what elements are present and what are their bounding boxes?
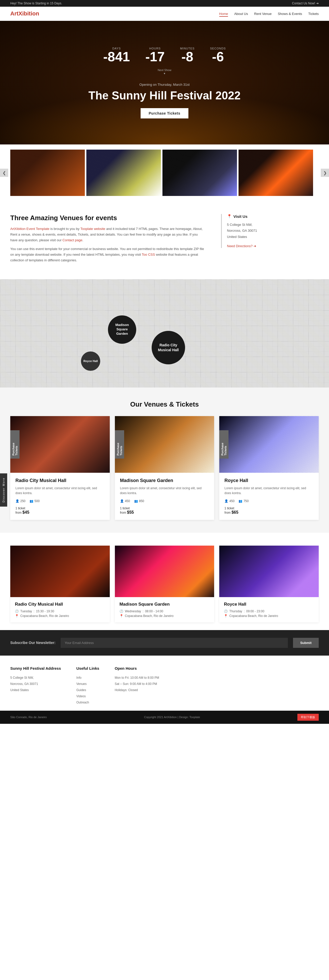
newsletter-email-input[interactable] (61, 638, 288, 648)
venue-desc-3: Lorem ipsum dolor sit amet, consectetur … (225, 486, 313, 496)
venue-name-1: Radio City Musical Hall (16, 478, 104, 483)
footer-link-guides[interactable]: Guides (76, 687, 99, 693)
newsletter-section: Subscribe Our Newsletter: Submit (0, 630, 329, 655)
too-css-link[interactable]: Too CSS (142, 253, 155, 256)
gallery-next-button[interactable]: ❯ (321, 169, 329, 177)
footer-col-hours: Open Hours Mon to Fri: 10:00 AM to 8:00 … (115, 666, 159, 706)
event-time-2: 🕐 Wednesday: 08:00 - 14:00 (120, 609, 210, 613)
venue-card-royce: Purchase Tickets Royce Hall Lorem ipsum … (219, 416, 319, 520)
tooplate-link[interactable]: Tooplate website (81, 227, 105, 231)
gallery-image-1 (10, 150, 85, 196)
watermark-button[interactable]: 即刻下载版 (297, 714, 319, 721)
venue-name-2: Madison Square Garden (120, 478, 209, 483)
footer-hours-line2: Sat – Sun: 9:00 AM to 4:00 PM (115, 681, 159, 687)
footer-col-address: Sunny Hill Festival Address 5 College St… (10, 666, 61, 706)
venue-purchase-tag-2[interactable]: Purchase Tickets (115, 430, 124, 458)
newsletter-submit-button[interactable]: Submit (293, 638, 319, 648)
gallery-image-2 (86, 150, 161, 196)
venue-card-img-1: Purchase Tickets (10, 416, 110, 473)
venue-capacity-max-2: 👥 850 (134, 499, 144, 503)
about-paragraph-2: You can use this event template for your… (10, 246, 206, 263)
person-group-icon-2: 👥 (134, 499, 138, 503)
hero-title: The Sunny Hill Festival 2022 (89, 89, 240, 102)
nav-rent-venue[interactable]: Rent Venue (254, 12, 272, 16)
venue-card-madison: Purchase Tickets Madison Square Garden L… (115, 416, 214, 520)
gallery-image-4 (239, 150, 313, 196)
map-pin-icon-2: 📍 (120, 614, 123, 618)
footer-bottom: São Conrado, Rio de Janeiro Copyright 20… (0, 711, 329, 724)
map-pin-icon-1: 📍 (15, 614, 19, 618)
map-pin-madison[interactable]: Madison Square Garden (108, 315, 136, 344)
visit-us-address: 5 College St NW, Norcross, GA 30071 Unit… (227, 222, 319, 240)
countdown-minutes: Minutes -8 (180, 47, 195, 63)
footer-links-title: Useful Links (76, 666, 99, 670)
venue-name-3: Royce Hall (225, 478, 313, 483)
event-name-1: Radio City Musical Hall (15, 602, 105, 607)
person-icon-2: 👤 (120, 499, 124, 503)
map-pin-radio-city[interactable]: Radio City Musical Hall (152, 331, 185, 364)
directions-link[interactable]: Need Directions? ➜ (227, 244, 256, 248)
visit-us: 📍 Visit Us 5 College St NW, Norcross, GA… (221, 214, 319, 248)
about-title: Three Amazing Venues for events (10, 214, 206, 222)
gallery-images (0, 150, 323, 196)
event-info-1: Radio City Musical Hall 🕐 Tuesday: 15:30… (10, 597, 110, 622)
newsletter-label: Subscribe Our Newsletter: (10, 641, 55, 645)
about-sidebar: 📍 Visit Us 5 College St NW, Norcross, GA… (221, 214, 319, 267)
venue-desc-1: Lorem ipsum dolor sit amet, consectetur … (16, 486, 104, 496)
nav-about[interactable]: About Us (234, 12, 248, 16)
countdown-days: Days -841 (103, 47, 130, 63)
venue-desc-2: Lorem ipsum dolor sit amet, consectetur … (120, 486, 209, 496)
footer-hours-title: Open Hours (115, 666, 159, 670)
footer-link-info[interactable]: Info (76, 675, 99, 681)
map-pin-royce[interactable]: Royce Hall (81, 352, 100, 371)
venues-section: Our Venues & Tickets Purchase Tickets Ra… (0, 388, 329, 533)
footer-address-line2: Norcross, GA 30071 (10, 681, 61, 687)
footer-address-title: Sunny Hill Festival Address (10, 666, 61, 670)
nav-shows-events[interactable]: Shows & Events (278, 12, 302, 16)
venue-capacity-min-2: 👤 450 (120, 499, 130, 503)
gallery-prev-button[interactable]: ❮ (0, 169, 8, 177)
events-section: Discover More Radio City Musical Hall 🕐 … (0, 533, 329, 630)
clock-icon-3: 🕐 (224, 609, 228, 613)
next-show-link[interactable]: Next Show (158, 68, 171, 75)
contact-page-link[interactable]: Contact page (62, 238, 82, 242)
footer-bottom-address: São Conrado, Rio de Janeiro (10, 716, 47, 719)
discover-tab[interactable]: Discover More (0, 474, 7, 507)
event-location-1: 📍 Copacabana Beach, Rio de Janeiro (15, 614, 105, 618)
artxibition-link[interactable]: ArtXibition Event Template (10, 227, 49, 231)
footer-link-videos[interactable]: Videos (76, 693, 99, 699)
venue-purchase-tag-1[interactable]: Purchase Tickets (10, 430, 19, 458)
venue-card-img-3: Purchase Tickets (219, 416, 319, 473)
venue-capacity-max-3: 👥 750 (239, 499, 248, 503)
venue-capacity-min-3: 👤 450 (225, 499, 234, 503)
logo: ArtXibition (10, 10, 39, 17)
footer-address-line1: 5 College St NW, (10, 675, 61, 681)
nav-links: Home About Us Rent Venue Shows & Events … (219, 11, 319, 16)
venue-purchase-tag-3[interactable]: Purchase Tickets (219, 430, 228, 458)
event-img-2 (115, 546, 214, 597)
footer-hours-line3: Holidays: Closed (115, 687, 159, 693)
nav-tickets[interactable]: Tickets (308, 12, 319, 16)
location-icon: 📍 (227, 214, 232, 219)
event-name-2: Madison Square Garden (120, 602, 210, 607)
nav-home[interactable]: Home (219, 12, 228, 17)
venue-info-1: Radio City Musical Hall Lorem ipsum dolo… (10, 473, 110, 520)
map-pin-icon-3: 📍 (224, 614, 228, 618)
footer-link-venues[interactable]: Venues (76, 681, 99, 687)
venue-capacity-max-1: 👥 500 (30, 499, 40, 503)
venue-capacity-min-1: 👤 250 (16, 499, 25, 503)
event-img-1 (10, 546, 110, 597)
gallery-strip: ❮ ❯ (0, 145, 329, 201)
event-meta-3: 🕐 Thursday: 09:00 - 23:00 📍 Copacabana B… (224, 609, 314, 618)
countdown-hours: Hours -17 (146, 47, 165, 63)
footer-col-links: Useful Links Info Venues Guides Videos O… (76, 666, 99, 706)
footer-link-outreach[interactable]: Outreach (76, 699, 99, 706)
contact-link[interactable]: Contact Us Now! ➜ (292, 2, 319, 5)
purchase-tickets-button[interactable]: Purchase Tickets (141, 108, 189, 118)
venue-info-2: Madison Square Garden Lorem ipsum dolor … (115, 473, 214, 520)
person-icon-1: 👤 (16, 499, 19, 503)
footer-address-line3: United States (10, 687, 61, 693)
venue-card-radio-city: Purchase Tickets Radio City Musical Hall… (10, 416, 110, 520)
gallery-image-3 (163, 150, 237, 196)
footer: Sunny Hill Festival Address 5 College St… (0, 655, 329, 711)
